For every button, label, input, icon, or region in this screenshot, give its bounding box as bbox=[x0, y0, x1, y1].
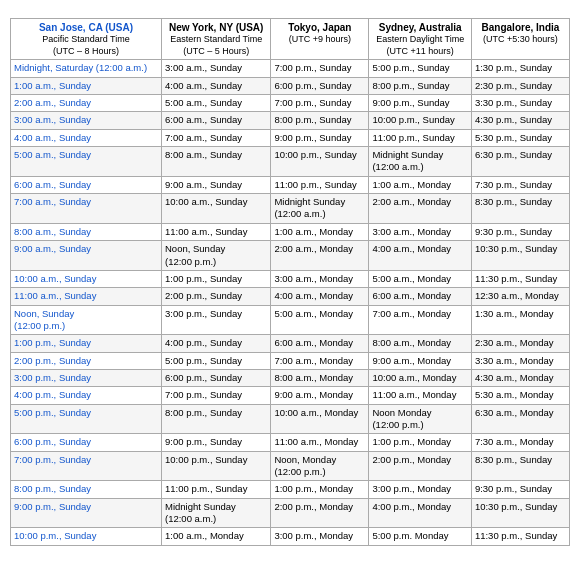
cell-r7-c4: 8:30 p.m., Sunday bbox=[471, 194, 569, 224]
table-row: 5:00 a.m., Sunday8:00 a.m., Sunday10:00 … bbox=[11, 147, 570, 177]
cell-r12-c3: 7:00 a.m., Monday bbox=[369, 305, 471, 335]
cell-r2-c0: 2:00 a.m., Sunday bbox=[11, 95, 162, 112]
col-header-bn: Bangalore, India(UTC +5:30 hours) bbox=[471, 19, 569, 60]
cell-r6-c2: 11:00 p.m., Sunday bbox=[271, 176, 369, 193]
cell-r21-c0: 9:00 p.m., Sunday bbox=[11, 498, 162, 528]
cell-r6-c4: 7:30 p.m., Sunday bbox=[471, 176, 569, 193]
cell-r1-c4: 2:30 p.m., Sunday bbox=[471, 77, 569, 94]
cell-r22-c2: 3:00 p.m., Monday bbox=[271, 528, 369, 545]
cell-r19-c0: 7:00 p.m., Sunday bbox=[11, 451, 162, 481]
table-row: 8:00 a.m., Sunday11:00 a.m., Sunday1:00 … bbox=[11, 223, 570, 240]
cell-r18-c2: 11:00 a.m., Monday bbox=[271, 434, 369, 451]
cell-r17-c3: Noon Monday(12:00 p.m.) bbox=[369, 404, 471, 434]
cell-r11-c0: 11:00 a.m., Sunday bbox=[11, 288, 162, 305]
table-row: 3:00 a.m., Sunday6:00 a.m., Sunday8:00 p… bbox=[11, 112, 570, 129]
cell-r14-c4: 3:30 a.m., Monday bbox=[471, 352, 569, 369]
cell-r6-c0: 6:00 a.m., Sunday bbox=[11, 176, 162, 193]
cell-r21-c2: 2:00 p.m., Monday bbox=[271, 498, 369, 528]
cell-r9-c3: 4:00 a.m., Monday bbox=[369, 241, 471, 271]
cell-r19-c4: 8:30 p.m., Sunday bbox=[471, 451, 569, 481]
cell-r13-c3: 8:00 a.m., Monday bbox=[369, 335, 471, 352]
cell-r1-c3: 8:00 p.m., Sunday bbox=[369, 77, 471, 94]
cell-r18-c3: 1:00 p.m., Monday bbox=[369, 434, 471, 451]
cell-r9-c2: 2:00 a.m., Monday bbox=[271, 241, 369, 271]
cell-r20-c3: 3:00 p.m., Monday bbox=[369, 481, 471, 498]
cell-r17-c2: 10:00 a.m., Monday bbox=[271, 404, 369, 434]
cell-r22-c1: 1:00 a.m., Monday bbox=[162, 528, 271, 545]
cell-r8-c4: 9:30 p.m., Sunday bbox=[471, 223, 569, 240]
cell-r20-c1: 11:00 p.m., Sunday bbox=[162, 481, 271, 498]
cell-r14-c0: 2:00 p.m., Sunday bbox=[11, 352, 162, 369]
cell-r10-c4: 11:30 p.m., Sunday bbox=[471, 270, 569, 287]
cell-r22-c0: 10:00 p.m., Sunday bbox=[11, 528, 162, 545]
table-row: 4:00 p.m., Sunday7:00 p.m., Sunday9:00 a… bbox=[11, 387, 570, 404]
cell-r5-c2: 10:00 p.m., Sunday bbox=[271, 147, 369, 177]
table-row: 9:00 a.m., SundayNoon, Sunday(12:00 p.m.… bbox=[11, 241, 570, 271]
cell-r19-c3: 2:00 p.m., Monday bbox=[369, 451, 471, 481]
cell-r12-c2: 5:00 a.m., Monday bbox=[271, 305, 369, 335]
cell-r8-c0: 8:00 a.m., Sunday bbox=[11, 223, 162, 240]
table-row: 9:00 p.m., SundayMidnight Sunday(12:00 a… bbox=[11, 498, 570, 528]
cell-r11-c3: 6:00 a.m., Monday bbox=[369, 288, 471, 305]
col-header-ny: New York, NY (USA)Eastern Standard Time(… bbox=[162, 19, 271, 60]
cell-r3-c3: 10:00 p.m., Sunday bbox=[369, 112, 471, 129]
cell-r12-c0: Noon, Sunday(12:00 p.m.) bbox=[11, 305, 162, 335]
cell-r9-c1: Noon, Sunday(12:00 p.m.) bbox=[162, 241, 271, 271]
cell-r11-c4: 12:30 a.m., Monday bbox=[471, 288, 569, 305]
table-row: 5:00 p.m., Sunday8:00 p.m., Sunday10:00 … bbox=[11, 404, 570, 434]
table-row: 7:00 p.m., Sunday10:00 p.m., SundayNoon,… bbox=[11, 451, 570, 481]
table-row: 1:00 a.m., Sunday4:00 a.m., Sunday6:00 p… bbox=[11, 77, 570, 94]
cell-r7-c1: 10:00 a.m., Sunday bbox=[162, 194, 271, 224]
cell-r5-c3: Midnight Sunday(12:00 a.m.) bbox=[369, 147, 471, 177]
table-row: 11:00 a.m., Sunday2:00 p.m., Sunday4:00 … bbox=[11, 288, 570, 305]
table-row: 2:00 a.m., Sunday5:00 a.m., Sunday7:00 p… bbox=[11, 95, 570, 112]
cell-r5-c1: 8:00 a.m., Sunday bbox=[162, 147, 271, 177]
cell-r13-c0: 1:00 p.m., Sunday bbox=[11, 335, 162, 352]
cell-r10-c3: 5:00 a.m., Monday bbox=[369, 270, 471, 287]
cell-r14-c1: 5:00 p.m., Sunday bbox=[162, 352, 271, 369]
cell-r16-c4: 5:30 a.m., Monday bbox=[471, 387, 569, 404]
cell-r1-c2: 6:00 p.m., Sunday bbox=[271, 77, 369, 94]
cell-r17-c0: 5:00 p.m., Sunday bbox=[11, 404, 162, 434]
cell-r8-c2: 1:00 a.m., Monday bbox=[271, 223, 369, 240]
timezone-table: San Jose, CA (USA)Pacific Standard Time(… bbox=[10, 18, 570, 546]
cell-r4-c0: 4:00 a.m., Sunday bbox=[11, 129, 162, 146]
table-row: Noon, Sunday(12:00 p.m.)3:00 p.m., Sunda… bbox=[11, 305, 570, 335]
table-row: 7:00 a.m., Sunday10:00 a.m., SundayMidni… bbox=[11, 194, 570, 224]
cell-r15-c1: 6:00 p.m., Sunday bbox=[162, 369, 271, 386]
cell-r21-c3: 4:00 p.m., Monday bbox=[369, 498, 471, 528]
cell-r10-c2: 3:00 a.m., Monday bbox=[271, 270, 369, 287]
cell-r20-c4: 9:30 p.m., Sunday bbox=[471, 481, 569, 498]
cell-r6-c3: 1:00 a.m., Monday bbox=[369, 176, 471, 193]
cell-r15-c0: 3:00 p.m., Sunday bbox=[11, 369, 162, 386]
cell-r3-c1: 6:00 a.m., Sunday bbox=[162, 112, 271, 129]
cell-r4-c4: 5:30 p.m., Sunday bbox=[471, 129, 569, 146]
cell-r13-c1: 4:00 p.m., Sunday bbox=[162, 335, 271, 352]
cell-r0-c1: 3:00 a.m., Sunday bbox=[162, 60, 271, 77]
cell-r15-c3: 10:00 a.m., Monday bbox=[369, 369, 471, 386]
cell-r21-c1: Midnight Sunday(12:00 a.m.) bbox=[162, 498, 271, 528]
cell-r7-c2: Midnight Sunday(12:00 a.m.) bbox=[271, 194, 369, 224]
cell-r4-c3: 11:00 p.m., Sunday bbox=[369, 129, 471, 146]
cell-r8-c1: 11:00 a.m., Sunday bbox=[162, 223, 271, 240]
cell-r1-c1: 4:00 a.m., Sunday bbox=[162, 77, 271, 94]
cell-r17-c1: 8:00 p.m., Sunday bbox=[162, 404, 271, 434]
cell-r18-c1: 9:00 p.m., Sunday bbox=[162, 434, 271, 451]
cell-r18-c0: 6:00 p.m., Sunday bbox=[11, 434, 162, 451]
cell-r3-c4: 4:30 p.m., Sunday bbox=[471, 112, 569, 129]
table-row: 8:00 p.m., Sunday11:00 p.m., Sunday1:00 … bbox=[11, 481, 570, 498]
cell-r19-c2: Noon, Monday(12:00 p.m.) bbox=[271, 451, 369, 481]
cell-r13-c2: 6:00 a.m., Monday bbox=[271, 335, 369, 352]
table-row: 3:00 p.m., Sunday6:00 p.m., Sunday8:00 a… bbox=[11, 369, 570, 386]
cell-r16-c0: 4:00 p.m., Sunday bbox=[11, 387, 162, 404]
cell-r8-c3: 3:00 a.m., Monday bbox=[369, 223, 471, 240]
table-row: Midnight, Saturday (12:00 a.m.)3:00 a.m.… bbox=[11, 60, 570, 77]
table-row: 6:00 a.m., Sunday9:00 a.m., Sunday11:00 … bbox=[11, 176, 570, 193]
cell-r0-c2: 7:00 p.m., Sunday bbox=[271, 60, 369, 77]
cell-r15-c2: 8:00 a.m., Monday bbox=[271, 369, 369, 386]
cell-r11-c1: 2:00 p.m., Sunday bbox=[162, 288, 271, 305]
cell-r16-c1: 7:00 p.m., Sunday bbox=[162, 387, 271, 404]
table-row: 2:00 p.m., Sunday5:00 p.m., Sunday7:00 a… bbox=[11, 352, 570, 369]
table-row: 4:00 a.m., Sunday7:00 a.m., Sunday9:00 p… bbox=[11, 129, 570, 146]
cell-r14-c2: 7:00 a.m., Monday bbox=[271, 352, 369, 369]
